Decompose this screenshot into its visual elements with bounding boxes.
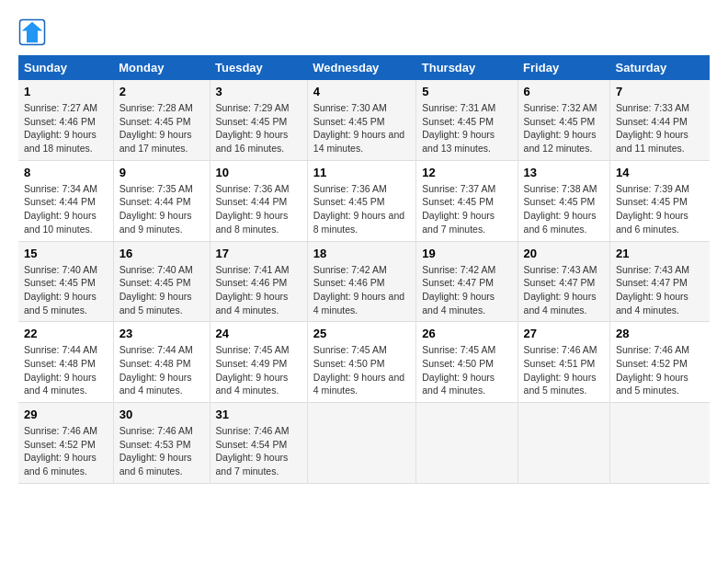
day-number: 17	[216, 247, 301, 260]
calendar-cell: 5 Sunrise: 7:31 AMSunset: 4:45 PMDayligh…	[416, 80, 518, 160]
header-day-saturday: Saturday	[610, 55, 710, 80]
day-number: 22	[24, 327, 108, 340]
calendar-cell: 18 Sunrise: 7:42 AMSunset: 4:46 PMDaylig…	[307, 241, 415, 322]
day-info: Sunrise: 7:45 AMSunset: 4:49 PMDaylight:…	[216, 344, 290, 396]
day-number: 25	[313, 327, 410, 340]
calendar-cell: 12 Sunrise: 7:37 AMSunset: 4:45 PMDaylig…	[416, 160, 518, 241]
calendar-cell: 24 Sunrise: 7:45 AMSunset: 4:49 PMDaylig…	[210, 322, 307, 403]
day-number: 19	[422, 247, 511, 260]
day-number: 27	[524, 327, 604, 340]
calendar-cell: 27 Sunrise: 7:46 AMSunset: 4:51 PMDaylig…	[518, 322, 609, 403]
day-info: Sunrise: 7:30 AMSunset: 4:45 PMDaylight:…	[313, 102, 404, 154]
calendar-cell: 4 Sunrise: 7:30 AMSunset: 4:45 PMDayligh…	[307, 80, 415, 160]
calendar-cell: 10 Sunrise: 7:36 AMSunset: 4:44 PMDaylig…	[210, 160, 307, 241]
day-info: Sunrise: 7:32 AMSunset: 4:45 PMDaylight:…	[524, 102, 597, 154]
calendar-cell: 30 Sunrise: 7:46 AMSunset: 4:53 PMDaylig…	[113, 403, 210, 484]
calendar-cell: 28 Sunrise: 7:46 AMSunset: 4:52 PMDaylig…	[610, 322, 710, 403]
calendar-cell: 2 Sunrise: 7:28 AMSunset: 4:45 PMDayligh…	[113, 80, 210, 160]
calendar-cell: 20 Sunrise: 7:43 AMSunset: 4:47 PMDaylig…	[518, 241, 609, 322]
logo	[18, 18, 50, 46]
day-info: Sunrise: 7:31 AMSunset: 4:45 PMDaylight:…	[422, 102, 495, 154]
day-info: Sunrise: 7:40 AMSunset: 4:45 PMDaylight:…	[24, 264, 97, 316]
day-info: Sunrise: 7:43 AMSunset: 4:47 PMDaylight:…	[616, 264, 689, 316]
page-header	[18, 18, 710, 46]
calendar-cell: 13 Sunrise: 7:38 AMSunset: 4:45 PMDaylig…	[518, 160, 609, 241]
day-number: 23	[119, 327, 204, 340]
day-number: 12	[422, 166, 511, 179]
calendar-cell	[307, 403, 415, 484]
day-info: Sunrise: 7:28 AMSunset: 4:45 PMDaylight:…	[119, 102, 193, 154]
header-day-monday: Monday	[113, 55, 210, 80]
day-number: 8	[24, 166, 108, 179]
calendar-week-row: 15 Sunrise: 7:40 AMSunset: 4:45 PMDaylig…	[18, 241, 710, 322]
day-info: Sunrise: 7:35 AMSunset: 4:44 PMDaylight:…	[119, 183, 193, 235]
day-info: Sunrise: 7:43 AMSunset: 4:47 PMDaylight:…	[524, 264, 597, 316]
day-info: Sunrise: 7:41 AMSunset: 4:46 PMDaylight:…	[216, 264, 290, 316]
calendar-week-row: 8 Sunrise: 7:34 AMSunset: 4:44 PMDayligh…	[18, 160, 710, 241]
day-number: 16	[119, 247, 204, 260]
calendar-table: SundayMondayTuesdayWednesdayThursdayFrid…	[18, 55, 710, 484]
day-number: 7	[616, 85, 704, 98]
day-info: Sunrise: 7:46 AMSunset: 4:54 PMDaylight:…	[216, 425, 290, 477]
calendar-cell: 19 Sunrise: 7:42 AMSunset: 4:47 PMDaylig…	[416, 241, 518, 322]
day-info: Sunrise: 7:36 AMSunset: 4:45 PMDaylight:…	[313, 183, 404, 235]
calendar-cell: 22 Sunrise: 7:44 AMSunset: 4:48 PMDaylig…	[18, 322, 113, 403]
day-info: Sunrise: 7:45 AMSunset: 4:50 PMDaylight:…	[313, 344, 404, 396]
day-number: 10	[216, 166, 301, 179]
calendar-week-row: 1 Sunrise: 7:27 AMSunset: 4:46 PMDayligh…	[18, 80, 710, 160]
calendar-cell: 21 Sunrise: 7:43 AMSunset: 4:47 PMDaylig…	[610, 241, 710, 322]
calendar-cell: 31 Sunrise: 7:46 AMSunset: 4:54 PMDaylig…	[210, 403, 307, 484]
calendar-cell: 8 Sunrise: 7:34 AMSunset: 4:44 PMDayligh…	[18, 160, 113, 241]
calendar-cell: 9 Sunrise: 7:35 AMSunset: 4:44 PMDayligh…	[113, 160, 210, 241]
calendar-cell	[610, 403, 710, 484]
day-info: Sunrise: 7:38 AMSunset: 4:45 PMDaylight:…	[524, 183, 597, 235]
day-info: Sunrise: 7:37 AMSunset: 4:45 PMDaylight:…	[422, 183, 495, 235]
day-number: 26	[422, 327, 511, 340]
calendar-cell: 17 Sunrise: 7:41 AMSunset: 4:46 PMDaylig…	[210, 241, 307, 322]
day-number: 21	[616, 247, 704, 260]
day-number: 30	[119, 408, 204, 421]
day-number: 4	[313, 85, 410, 98]
day-number: 5	[422, 85, 511, 98]
header-day-wednesday: Wednesday	[307, 55, 415, 80]
day-number: 1	[24, 85, 108, 98]
day-info: Sunrise: 7:27 AMSunset: 4:46 PMDaylight:…	[24, 102, 97, 154]
day-number: 3	[216, 85, 301, 98]
day-number: 31	[216, 408, 301, 421]
day-info: Sunrise: 7:45 AMSunset: 4:50 PMDaylight:…	[422, 344, 495, 396]
day-info: Sunrise: 7:29 AMSunset: 4:45 PMDaylight:…	[216, 102, 290, 154]
header-day-sunday: Sunday	[18, 55, 113, 80]
calendar-week-row: 29 Sunrise: 7:46 AMSunset: 4:52 PMDaylig…	[18, 403, 710, 484]
day-number: 20	[524, 247, 604, 260]
day-number: 2	[119, 85, 204, 98]
day-number: 15	[24, 247, 108, 260]
calendar-cell: 3 Sunrise: 7:29 AMSunset: 4:45 PMDayligh…	[210, 80, 307, 160]
day-number: 6	[524, 85, 604, 98]
day-info: Sunrise: 7:42 AMSunset: 4:47 PMDaylight:…	[422, 264, 495, 316]
day-info: Sunrise: 7:39 AMSunset: 4:45 PMDaylight:…	[616, 183, 689, 235]
calendar-cell: 14 Sunrise: 7:39 AMSunset: 4:45 PMDaylig…	[610, 160, 710, 241]
day-number: 28	[616, 327, 704, 340]
calendar-cell: 16 Sunrise: 7:40 AMSunset: 4:45 PMDaylig…	[113, 241, 210, 322]
day-info: Sunrise: 7:36 AMSunset: 4:44 PMDaylight:…	[216, 183, 290, 235]
calendar-cell: 6 Sunrise: 7:32 AMSunset: 4:45 PMDayligh…	[518, 80, 609, 160]
logo-icon	[18, 18, 46, 46]
calendar-week-row: 22 Sunrise: 7:44 AMSunset: 4:48 PMDaylig…	[18, 322, 710, 403]
calendar-cell: 26 Sunrise: 7:45 AMSunset: 4:50 PMDaylig…	[416, 322, 518, 403]
day-number: 13	[524, 166, 604, 179]
calendar-cell: 11 Sunrise: 7:36 AMSunset: 4:45 PMDaylig…	[307, 160, 415, 241]
day-info: Sunrise: 7:46 AMSunset: 4:52 PMDaylight:…	[616, 344, 689, 396]
day-info: Sunrise: 7:46 AMSunset: 4:52 PMDaylight:…	[24, 425, 97, 477]
day-info: Sunrise: 7:33 AMSunset: 4:44 PMDaylight:…	[616, 102, 689, 154]
day-number: 9	[119, 166, 204, 179]
day-info: Sunrise: 7:46 AMSunset: 4:53 PMDaylight:…	[119, 425, 193, 477]
calendar-cell: 25 Sunrise: 7:45 AMSunset: 4:50 PMDaylig…	[307, 322, 415, 403]
day-number: 29	[24, 408, 108, 421]
day-number: 14	[616, 166, 704, 179]
calendar-cell: 7 Sunrise: 7:33 AMSunset: 4:44 PMDayligh…	[610, 80, 710, 160]
day-info: Sunrise: 7:44 AMSunset: 4:48 PMDaylight:…	[119, 344, 193, 396]
day-number: 11	[313, 166, 410, 179]
day-info: Sunrise: 7:42 AMSunset: 4:46 PMDaylight:…	[313, 264, 404, 316]
calendar-cell	[518, 403, 609, 484]
calendar-cell: 1 Sunrise: 7:27 AMSunset: 4:46 PMDayligh…	[18, 80, 113, 160]
